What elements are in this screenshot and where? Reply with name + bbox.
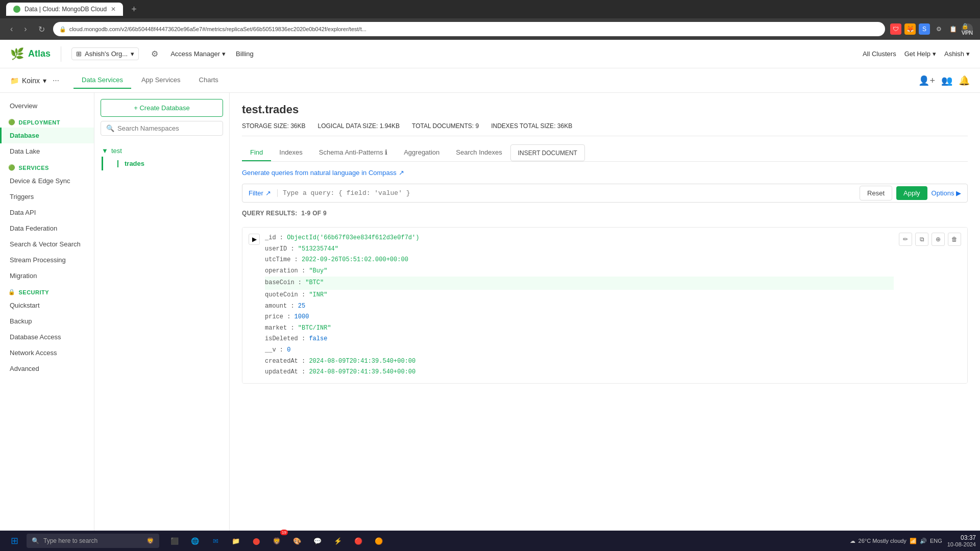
filter-bar: Filter ↗ Reset Apply Options ▶ xyxy=(242,184,968,203)
user-check-icon[interactable]: 👥 xyxy=(941,75,952,86)
filter-label[interactable]: Filter ↗ xyxy=(249,189,278,197)
project-dropdown-icon: ▾ xyxy=(43,77,46,85)
field-market-key: market : xyxy=(265,324,298,332)
project-more-btn[interactable]: ⋯ xyxy=(51,74,61,86)
reset-btn[interactable]: Reset xyxy=(860,186,892,201)
tab-find[interactable]: Find xyxy=(242,144,271,161)
get-help-btn[interactable]: Get Help ▾ xyxy=(904,50,936,58)
sidebar-item-data-api[interactable]: Data API xyxy=(0,205,94,220)
sidebar-item-database-access[interactable]: Database Access xyxy=(0,329,94,345)
org-selector[interactable]: ⊞ Ashish's Org... ▾ xyxy=(71,47,139,60)
bell-icon[interactable]: 🔔 xyxy=(959,75,970,86)
tab-data-services[interactable]: Data Services xyxy=(74,72,131,89)
sidebar-item-migration[interactable]: Migration xyxy=(0,268,94,284)
field-userId-key: userID : xyxy=(265,245,298,253)
taskbar-icon-taskview[interactable]: ⬛ xyxy=(165,532,184,550)
user-menu-btn[interactable]: Ashish ▾ xyxy=(944,50,970,58)
sidebar-item-database[interactable]: Database xyxy=(0,128,94,143)
doc-clone-btn[interactable]: ⊕ xyxy=(932,233,945,246)
sidebar-item-quickstart[interactable]: Quickstart xyxy=(0,297,94,313)
project-selector[interactable]: 📁 Koinx ▾ xyxy=(10,77,46,85)
search-namespaces-input[interactable] xyxy=(117,124,217,132)
db-item-test: ▼ test trades xyxy=(94,142,229,173)
clock-date: 10-08-2024 xyxy=(947,541,976,547)
lion-icon: 🦁 xyxy=(146,537,154,544)
taskbar-icon-vs[interactable]: ⚡ xyxy=(329,532,347,550)
taskbar-icon-edge[interactable]: 🌐 xyxy=(186,532,204,550)
back-btn[interactable]: ‹ xyxy=(7,22,16,36)
ext-icon-5[interactable]: 📋 xyxy=(947,23,959,35)
taskbar-icon-app2[interactable]: 🟠 xyxy=(370,532,388,550)
field-createdAt: createdAt : 2024-08-09T20:41:39.540+00:0… xyxy=(265,356,894,367)
field-userId: userID : "513235744" xyxy=(265,244,894,255)
tab-aggregation[interactable]: Aggregation xyxy=(396,144,448,161)
taskbar-icon-figma[interactable]: 🎨 xyxy=(288,532,306,550)
document-header: ▶ _id : ObjectId('66b67f03ee834f612d3e0f… xyxy=(242,228,967,383)
tab-schema-anti-patterns[interactable]: Schema Anti-Patterns ℹ xyxy=(311,144,396,161)
billing-btn[interactable]: Billing xyxy=(236,50,254,58)
weather-icon: ☁ xyxy=(850,538,855,544)
db-name-test[interactable]: ▼ test xyxy=(102,145,222,157)
tab-search-indexes[interactable]: Search Indexes xyxy=(448,144,510,161)
taskbar-icon-brave[interactable]: 🦁19 xyxy=(267,532,286,550)
sidebar-item-data-lake[interactable]: Data Lake xyxy=(0,143,94,159)
sidebar: Overview 🟢 DEPLOYMENT Database Data Lake… xyxy=(0,93,94,551)
options-btn[interactable]: Options ▶ xyxy=(932,189,961,197)
ext-icon-2[interactable]: 🦊 xyxy=(904,23,916,35)
forward-btn[interactable]: › xyxy=(21,22,30,36)
taskbar-icon-teams[interactable]: 💬 xyxy=(308,532,327,550)
schema-info-icon: ℹ xyxy=(385,148,387,156)
tab-indexes[interactable]: Indexes xyxy=(271,144,311,161)
sidebar-item-backup[interactable]: Backup xyxy=(0,313,94,329)
sidebar-item-overview[interactable]: Overview xyxy=(0,98,94,114)
apply-btn[interactable]: Apply xyxy=(896,186,927,200)
sidebar-item-triggers[interactable]: Triggers xyxy=(0,189,94,205)
address-bar[interactable]: 🔒 cloud.mongodb.com/v2/66b50448f44473620… xyxy=(53,22,885,36)
sub-nav-tabs: Data Services App Services Charts xyxy=(74,72,227,89)
field-isDeleted-key: isDeleted : xyxy=(265,335,309,342)
sidebar-item-advanced[interactable]: Advanced xyxy=(0,361,94,377)
filter-input[interactable] xyxy=(283,184,854,202)
access-manager-btn[interactable]: Access Manager ▾ xyxy=(170,50,226,58)
sidebar-item-device-edge-sync[interactable]: Device & Edge Sync xyxy=(0,173,94,189)
doc-delete-btn[interactable]: 🗑 xyxy=(948,233,961,246)
tab-close-btn[interactable]: ✕ xyxy=(111,6,116,13)
field-baseCoin-key: baseCoin : xyxy=(265,279,305,286)
all-clusters-btn[interactable]: All Clusters xyxy=(863,50,896,58)
doc-edit-btn[interactable]: ✏ xyxy=(899,233,912,246)
user-add-icon[interactable]: 👤+ xyxy=(918,75,935,86)
new-tab-btn[interactable]: + xyxy=(127,4,141,15)
external-link-icon: ↗ xyxy=(399,169,404,177)
ext-icon-3[interactable]: S xyxy=(919,23,930,35)
collection-item-trades[interactable]: trades xyxy=(102,157,222,170)
main-content: test.trades STORAGE SIZE: 36KB LOGICAL D… xyxy=(230,93,980,551)
ext-icon-1[interactable]: 🛡 xyxy=(890,23,901,35)
ext-icon-4[interactable]: ⚙ xyxy=(933,23,944,35)
insert-document-btn[interactable]: INSERT DOCUMENT xyxy=(510,144,585,161)
start-btn[interactable]: ⊞ xyxy=(4,533,24,549)
tab-title: Data | Cloud: MongoDB Cloud xyxy=(24,6,107,13)
refresh-btn[interactable]: ↻ xyxy=(35,22,48,36)
taskbar-icon-chrome[interactable]: ⬤ xyxy=(247,532,265,550)
taskbar-icon-app1[interactable]: 🔴 xyxy=(349,532,368,550)
tab-app-services[interactable]: App Services xyxy=(133,72,189,89)
browser-tab[interactable]: Data | Cloud: MongoDB Cloud ✕ xyxy=(6,3,123,16)
org-icon: ⊞ xyxy=(76,50,82,58)
sidebar-item-stream-processing[interactable]: Stream Processing xyxy=(0,252,94,268)
taskbar-search[interactable]: 🔍 Type here to search 🦁 xyxy=(27,534,159,548)
sidebar-item-search-vector-search[interactable]: Search & Vector Search xyxy=(0,236,94,252)
taskbar-icon-mail[interactable]: ✉ xyxy=(206,532,225,550)
doc-copy-btn[interactable]: ⧉ xyxy=(915,233,928,246)
tab-charts[interactable]: Charts xyxy=(191,72,227,89)
compass-link[interactable]: Generate queries from natural language i… xyxy=(242,169,968,177)
sidebar-item-network-access[interactable]: Network Access xyxy=(0,345,94,361)
doc-expand-btn[interactable]: ▶ xyxy=(249,234,260,245)
stat-documents-label: TOTAL DOCUMENTS: xyxy=(412,122,474,130)
field-baseCoin: baseCoin : "BTC" xyxy=(265,277,894,290)
field-utcTime-key: utcTime : xyxy=(265,256,302,263)
ext-icon-vpn[interactable]: 🔒 VPN xyxy=(962,23,973,35)
sidebar-item-data-federation[interactable]: Data Federation xyxy=(0,220,94,236)
settings-gear-icon[interactable]: ⚙ xyxy=(149,47,160,61)
taskbar-icon-explorer[interactable]: 📁 xyxy=(227,532,245,550)
create-database-btn[interactable]: + Create Database xyxy=(101,99,223,117)
